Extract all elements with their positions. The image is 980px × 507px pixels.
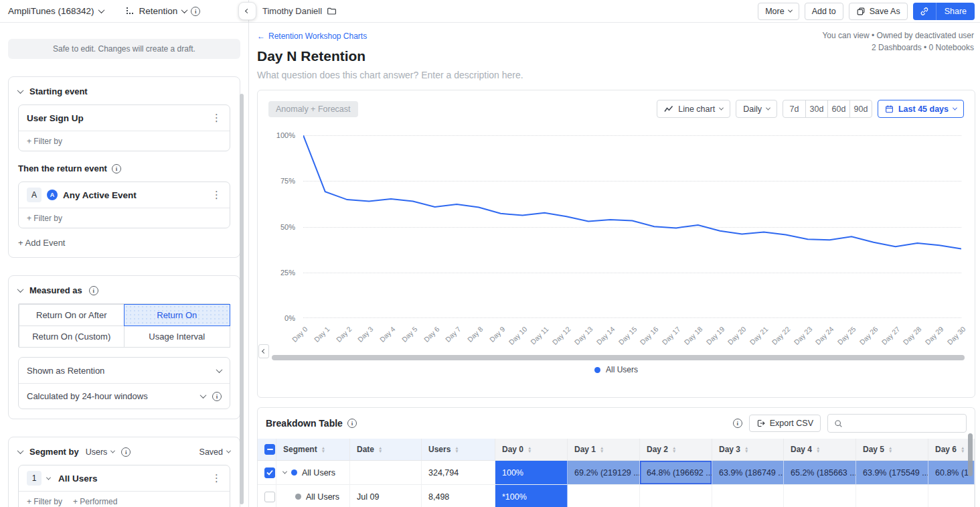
segment-row[interactable]: 1 All Users ⋮ [19,465,230,491]
sort-icon[interactable]: ▲▼ [378,446,382,453]
column-header-day-4[interactable]: Day 4▲▼ [784,439,856,461]
day-1-value-cell[interactable]: 69.2% (219129 ... [568,461,640,485]
filter-row: + Filter by [19,131,230,151]
chevron-down-icon[interactable] [46,475,51,480]
column-header-day-0[interactable]: Day 0▲▼ [495,439,568,461]
segment-label: All Users [306,492,339,502]
search-input[interactable] [847,419,960,428]
range-60d[interactable]: 60d [827,100,849,117]
add-event-link[interactable]: + Add Event [18,238,230,248]
info-icon[interactable] [347,419,357,428]
row-checkbox[interactable] [264,467,275,478]
kebab-menu-icon[interactable]: ⋮ [212,475,222,482]
column-header-day-2[interactable]: Day 2▲▼ [640,439,712,461]
sidebar-scrollbar[interactable] [240,94,244,504]
kebab-menu-icon[interactable]: ⋮ [212,192,222,198]
sort-icon[interactable]: ▲▼ [816,446,820,453]
day-2-value-cell[interactable]: 64.8% (196692 ... [640,461,712,485]
row-expand-chevron[interactable] [282,469,287,474]
sort-icon[interactable]: ▲▼ [527,446,532,453]
date-range-value: Last 45 days [898,104,949,114]
description-placeholder[interactable]: What question does this chart answer? En… [257,70,975,80]
chart-hscrollbar-thumb[interactable] [272,355,965,360]
sort-icon[interactable]: ▲▼ [672,446,676,453]
segment-users-dropdown[interactable]: Users [86,447,115,457]
return-event-row[interactable]: A A Any Active Event ⋮ [19,182,230,208]
calculated-by-dropdown[interactable]: Calculated by 24-hour windows [19,383,230,409]
chart-type-dropdown[interactable]: Line chart [657,100,730,118]
add-to-button[interactable]: Add to [805,3,843,20]
more-button[interactable]: More [758,3,799,20]
starting-event-header[interactable]: Starting event [18,86,230,96]
column-header-users[interactable]: Users▲▼ [422,439,495,461]
info-icon[interactable] [733,419,742,428]
save-as-button[interactable]: Save As [849,3,908,20]
table-vscrollbar-thumb[interactable] [968,433,973,476]
chevron-down-icon [17,286,24,293]
sort-icon[interactable]: ▲▼ [961,446,965,453]
info-icon[interactable] [191,7,200,16]
column-header-day-3[interactable]: Day 3▲▼ [712,439,784,461]
column-label: Day 6 [935,445,957,454]
column-label: Users [428,445,451,454]
select-all-checkbox[interactable] [264,444,275,455]
info-icon[interactable] [121,447,131,457]
shown-as-dropdown[interactable]: Shown as Retention [19,358,230,383]
project-selector[interactable]: AmpliTunes (168342) [8,6,104,16]
share-split-button: Share [913,3,975,20]
chart-scroll-left-button[interactable] [258,344,269,358]
day-3-value-cell[interactable]: 63.9% (186749 ... [712,461,784,485]
collapse-sidebar-button[interactable] [238,2,256,20]
plot-area[interactable] [303,135,961,318]
range-30d[interactable]: 30d [805,100,827,117]
option-return-on-custom[interactable]: Return On (Custom) [19,325,125,348]
row-checkbox[interactable] [264,492,275,502]
column-header-day-1[interactable]: Day 1▲▼ [568,439,640,461]
sort-icon[interactable]: ▲▼ [321,446,325,453]
anomaly-forecast-button[interactable]: Anomaly + Forecast [268,101,358,117]
sort-icon[interactable]: ▲▼ [600,446,604,453]
performed-link[interactable]: + Performed [73,497,117,506]
copy-link-button[interactable] [913,3,936,20]
filter-by-link[interactable]: + Filter by [27,137,62,146]
range-7d[interactable]: 7d [783,100,805,117]
folder-icon[interactable] [327,6,337,16]
export-csv-button[interactable]: Export CSV [749,415,821,432]
x-tick-label: Day 29 [918,325,945,352]
day-0-value-cell[interactable]: *100% [495,485,568,507]
range-90d[interactable]: 90d [849,100,872,117]
column-header-date[interactable]: Date▲▼ [350,439,422,461]
share-button[interactable]: Share [936,3,975,20]
starting-event-row[interactable]: User Sign Up ⋮ [19,105,230,131]
saved-dropdown[interactable]: Saved [199,447,230,457]
info-icon[interactable] [212,392,222,401]
option-return-on[interactable]: Return On [124,304,230,326]
chevron-down-icon [200,392,207,399]
chart-type-selector[interactable]: Retention [125,6,187,16]
option-usage-interval[interactable]: Usage Interval [124,325,230,348]
legend-dot-icon [594,367,600,373]
column-header-segment[interactable]: Segment▲▼ [276,439,350,461]
filter-by-link[interactable]: + Filter by [27,214,62,223]
sort-icon[interactable]: ▲▼ [455,446,459,453]
option-return-on-or-after[interactable]: Return On or After [19,304,125,326]
breadcrumb[interactable]: ← Retention Workshop Charts [257,31,367,41]
filter-by-link[interactable]: + Filter by [27,497,62,506]
kebab-menu-icon[interactable]: ⋮ [212,115,222,121]
interval-value: Daily [743,104,762,114]
measured-as-header[interactable]: Measured as [18,285,230,295]
chevron-down-icon [226,449,231,453]
info-icon[interactable] [89,286,98,295]
sort-icon[interactable]: ▲▼ [744,446,748,453]
table-search[interactable] [827,414,967,433]
column-header-day-5[interactable]: Day 5▲▼ [856,439,928,461]
day-4-value-cell[interactable]: 65.2% (185663 ... [784,461,856,485]
day-5-value-cell[interactable]: 63.9% (175549 ... [856,461,928,485]
interval-dropdown[interactable]: Daily [736,100,777,118]
info-icon[interactable] [112,164,121,173]
segment-name: All Users [58,474,206,484]
sort-icon[interactable]: ▲▼ [888,446,892,453]
legend-item-all-users[interactable]: All Users [258,365,975,374]
date-range-dropdown[interactable]: Last 45 days [878,100,964,118]
day-0-value-cell[interactable]: 100% [495,461,568,485]
